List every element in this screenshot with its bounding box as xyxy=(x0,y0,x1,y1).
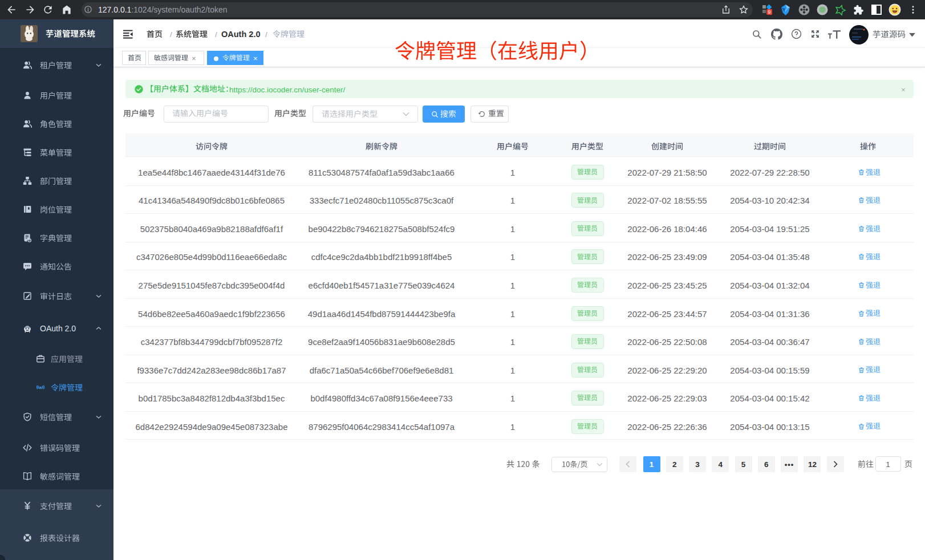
svg-text:a: a xyxy=(39,385,42,390)
svg-text:9: 9 xyxy=(768,9,770,15)
